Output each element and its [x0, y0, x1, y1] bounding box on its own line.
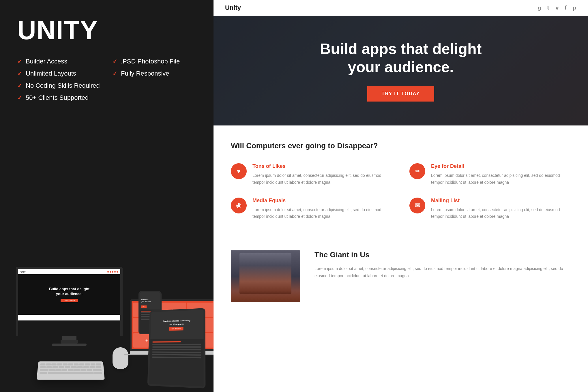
feature-item-1: ✓ Builder Access — [17, 58, 101, 65]
features-section: Will Computers ever going to Disappear? … — [214, 125, 588, 236]
hero-cta-button[interactable]: TRY IT TODAY — [367, 86, 434, 102]
nav-brand: Unity — [225, 4, 241, 12]
feature-card-2: ◉ Media Equals Lorem ipsum dolor sit ame… — [231, 198, 392, 220]
hero-section: Build apps that delightyour audience. TR… — [214, 16, 588, 125]
feature-card-0: ♥ Tons of Likes Lorem ipsum dolor sit am… — [231, 163, 392, 186]
check-icon-5: ✓ — [113, 58, 117, 65]
mail-icon: ✉ — [415, 202, 420, 209]
feature-card-desc-2: Lorem ipsum dolor sit amet, consectetur … — [252, 207, 392, 220]
feature-icon-circle-1: ✏ — [409, 163, 425, 179]
feature-card-title-0: Tons of Likes — [252, 163, 392, 169]
feature-item-4: ✓ 50+ Clients Supported — [17, 94, 101, 102]
twitter-icon[interactable]: 𝘁 — [547, 5, 550, 11]
feature-label-4: 50+ Clients Supported — [26, 94, 89, 102]
feature-card-content-3: Mailing List Lorem ipsum dolor sit amet,… — [431, 198, 571, 220]
pinterest-icon[interactable]: 𝗽 — [573, 5, 576, 11]
feature-icon-circle-2: ◉ — [231, 198, 247, 213]
feature-card-3: ✉ Mailing List Lorem ipsum dolor sit ame… — [409, 198, 571, 220]
feature-card-title-2: Media Equals — [252, 198, 392, 204]
hero-headline: Build apps that delightyour audience. — [320, 40, 482, 76]
brand-title: UNITY — [17, 17, 196, 43]
feature-label-3: No Coding Skills Required — [26, 82, 100, 89]
feature-card-desc-0: Lorem ipsum dolor sit amet, consectetur … — [252, 172, 392, 186]
bottom-section: The Giant in Us Lorem ipsum dolor sit am… — [214, 236, 588, 392]
feature-label-2: Unlimited Layouts — [26, 70, 76, 77]
heart-icon: ♥ — [237, 168, 241, 175]
bottom-heading: The Giant in Us — [314, 250, 571, 259]
bottom-desc: Lorem ipsum dolor sit amet, consectetur … — [314, 265, 571, 280]
feature-card-desc-3: Lorem ipsum dolor sit amet, consectetur … — [431, 207, 571, 220]
feature-label-6: Fully Responsive — [121, 70, 169, 77]
feature-icon-circle-3: ✉ — [409, 198, 425, 213]
feature-card-content-2: Media Equals Lorem ipsum dolor sit amet,… — [252, 198, 392, 220]
check-icon-2: ✓ — [17, 70, 22, 77]
features-heading: Will Computers ever going to Disappear? — [231, 141, 571, 150]
feature-card-content-0: Tons of Likes Lorem ipsum dolor sit amet… — [252, 163, 392, 186]
feature-card-1: ✏ Eye for Detail Lorem ipsum dolor sit a… — [409, 163, 571, 186]
feature-item-6: ✓ Fully Responsive — [113, 70, 196, 77]
feature-card-title-3: Mailing List — [431, 198, 571, 204]
check-icon-3: ✓ — [17, 82, 22, 89]
feature-card-content-1: Eye for Detail Lorem ipsum dolor sit ame… — [431, 163, 571, 186]
features-grid: ♥ Tons of Likes Lorem ipsum dolor sit am… — [231, 163, 571, 220]
pencil-icon: ✏ — [415, 168, 420, 175]
check-icon-6: ✓ — [113, 70, 117, 77]
check-icon-1: ✓ — [17, 58, 22, 65]
tablet-mockup: Business Skills is makingour Company. TR… — [147, 308, 206, 389]
feature-icon-circle-0: ♥ — [231, 163, 247, 179]
feature-item-5: ✓ .PSD Photoshop File — [113, 58, 196, 65]
left-panel: UNITY ✓ Builder Access ✓ Unlimited Layou… — [0, 0, 214, 392]
feature-card-desc-1: Lorem ipsum dolor sit amet, consectetur … — [431, 172, 571, 186]
top-navigation: Unity 𝗴 𝘁 𝘃 𝗳 𝗽 — [214, 0, 588, 16]
bottom-image — [231, 250, 300, 302]
google-plus-icon[interactable]: 𝗴 — [538, 5, 541, 11]
mouse-mockup — [113, 347, 128, 369]
device-mockup-area: Unity Build apps that delightyour audien… — [0, 213, 214, 392]
feature-item-3: ✓ No Coding Skills Required — [17, 82, 101, 89]
keyboard-mockup — [37, 361, 105, 380]
feature-label-1: Builder Access — [26, 58, 67, 65]
right-panel: Unity 𝗴 𝘁 𝘃 𝗳 𝗽 Build apps that delighty… — [214, 0, 588, 392]
camera-icon: ◉ — [236, 202, 241, 209]
feature-card-title-1: Eye for Detail — [431, 163, 571, 169]
feature-item-2: ✓ Unlimited Layouts — [17, 70, 101, 77]
bottom-text-content: The Giant in Us Lorem ipsum dolor sit am… — [314, 250, 571, 378]
facebook-icon[interactable]: 𝗳 — [565, 5, 567, 11]
check-icon-4: ✓ — [17, 94, 22, 101]
vimeo-icon[interactable]: 𝘃 — [555, 5, 559, 11]
social-icons-group: 𝗴 𝘁 𝘃 𝗳 𝗽 — [538, 5, 576, 11]
hero-content: Build apps that delightyour audience. TR… — [320, 40, 482, 102]
feature-label-5: .PSD Photoshop File — [121, 58, 180, 65]
monitor-mockup: Unity Build apps that delightyour audien… — [16, 267, 123, 346]
